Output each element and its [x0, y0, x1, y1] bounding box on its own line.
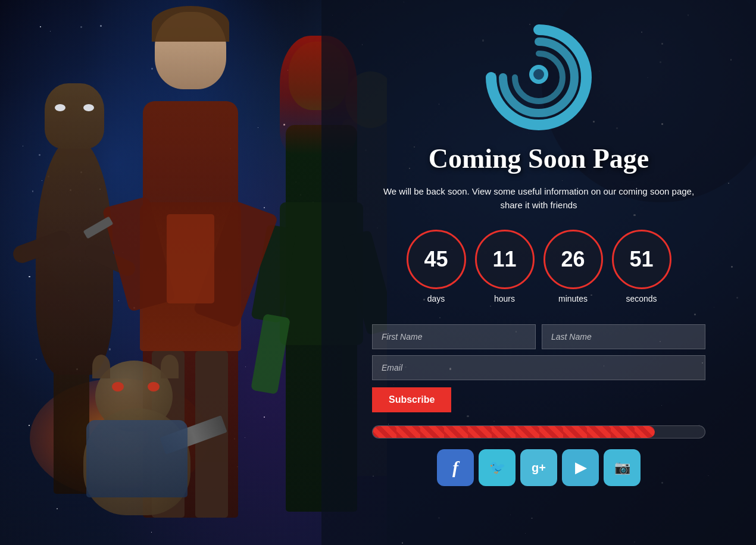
days-value: 45 [424, 247, 448, 272]
instagram-button[interactable]: 📷 [604, 449, 641, 486]
instagram-icon: 📷 [614, 460, 630, 475]
google-plus-button[interactable]: g+ [520, 449, 557, 486]
twitter-icon: 🐦 [489, 460, 505, 475]
subscription-form: Subscribe [372, 324, 705, 438]
countdown-seconds: 51 seconds [612, 230, 671, 303]
seconds-label: seconds [626, 294, 657, 303]
social-bar: f 🐦 g+ ▶ 📷 [437, 449, 641, 486]
page-subtitle: We will be back soon. View some useful i… [366, 185, 711, 212]
hours-circle: 11 [475, 230, 535, 289]
seconds-value: 51 [629, 247, 653, 272]
seconds-circle: 51 [612, 230, 671, 289]
minutes-value: 26 [561, 247, 585, 272]
svg-point-1 [533, 69, 544, 80]
progress-bar-background [372, 425, 705, 438]
name-row [372, 324, 705, 349]
progress-container [372, 425, 705, 438]
days-circle: 45 [407, 230, 466, 289]
facebook-button[interactable]: f [437, 449, 474, 486]
days-label: days [427, 294, 445, 303]
countdown-timer: 45 days 11 hours 26 minutes 51 seconds [407, 230, 671, 303]
youtube-button[interactable]: ▶ [562, 449, 599, 486]
content-panel: Coming Soon Page We will be back soon. V… [321, 0, 756, 545]
email-input[interactable] [372, 355, 705, 380]
logo-svg [479, 18, 598, 137]
twitter-button[interactable]: 🐦 [479, 449, 516, 486]
facebook-icon: f [452, 458, 458, 478]
page-title: Coming Soon Page [429, 143, 649, 174]
countdown-minutes: 26 minutes [543, 230, 603, 303]
first-name-input[interactable] [372, 324, 536, 349]
last-name-input[interactable] [542, 324, 705, 349]
countdown-hours: 11 hours [475, 230, 535, 303]
subscribe-button[interactable]: Subscribe [372, 387, 451, 412]
hours-value: 11 [492, 247, 516, 272]
google-plus-icon: g+ [532, 461, 546, 475]
progress-bar-fill [373, 426, 655, 438]
minutes-label: minutes [558, 294, 588, 303]
hours-label: hours [494, 294, 515, 303]
countdown-days: 45 days [407, 230, 466, 303]
logo-container [479, 18, 598, 137]
youtube-icon: ▶ [575, 459, 586, 476]
minutes-circle: 26 [543, 230, 603, 289]
